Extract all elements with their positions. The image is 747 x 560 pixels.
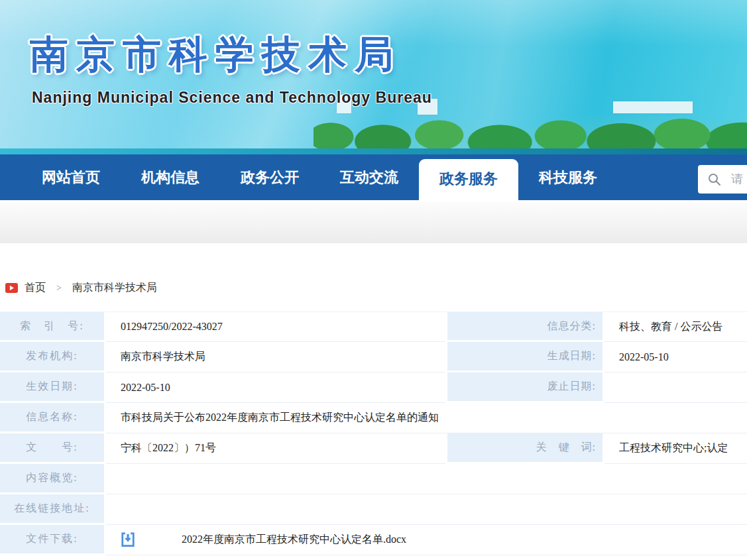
breadcrumb-current: 南京市科学技术局 (72, 281, 157, 295)
keywords-label: 关 键 词: (445, 433, 604, 464)
search-icon (707, 172, 722, 187)
nav-list: 网站首页 机构信息 政务公开 互动交流 政务服务 科技服务 (0, 154, 747, 200)
breadcrumb-badge-icon (5, 283, 18, 293)
download-icon[interactable] (121, 532, 135, 548)
nav-item-gov-services-active[interactable]: 政务服务 (419, 159, 518, 202)
main-nav: 网站首页 机构信息 政务公开 互动交流 政务服务 科技服务 (0, 154, 747, 200)
nav-subband (0, 200, 747, 243)
table-row: 文件下载: 2022年度南京市工程技术研究中心认定名单.docx (0, 525, 747, 555)
repeal-date-label: 废止日期: (445, 372, 604, 403)
banner-water-decoration (0, 148, 747, 154)
table-row: 信息名称: 市科技局关于公布2022年度南京市工程技术研究中心认定名单的通知 (0, 403, 747, 433)
file-download-label: 文件下载: (0, 525, 106, 555)
info-name-label: 信息名称: (0, 403, 106, 433)
keywords-value: 工程技术研究中心;认定 (604, 433, 747, 464)
created-date-label: 生成日期: (445, 342, 604, 372)
breadcrumb: 首页 > 南京市科学技术局 (0, 243, 747, 311)
breadcrumb-separator: > (52, 283, 66, 294)
nav-item-tech-services[interactable]: 科技服务 (518, 154, 618, 200)
nav-item-gov-disclosure[interactable]: 政务公开 (220, 154, 319, 200)
site-title: 南京市科学技术局 (30, 29, 401, 81)
table-row: 生效日期: 2022-05-10 废止日期: (0, 372, 747, 403)
banner-treeline-decoration (314, 105, 747, 149)
issuing-agency-value: 南京市科学技术局 (106, 342, 445, 372)
document-number-label: 文 号: (0, 433, 106, 464)
info-category-value: 科技、教育 / 公示公告 (604, 311, 747, 342)
table-row: 索 引 号: 012947250/2022-43027 信息分类: 科技、教育 … (0, 311, 747, 342)
download-file-link[interactable]: 2022年度南京市工程技术研究中心认定名单.docx (182, 533, 406, 547)
info-name-value: 市科技局关于公布2022年度南京市工程技术研究中心认定名单的通知 (106, 403, 747, 433)
effective-date-value: 2022-05-10 (106, 372, 445, 403)
site-subtitle-english: Nanjing Municipal Science and Technology… (32, 89, 432, 107)
search-input[interactable] (730, 172, 747, 187)
nav-item-interaction[interactable]: 互动交流 (319, 154, 419, 200)
site-banner: 南京市科学技术局 Nanjing Municipal Science and T… (0, 0, 747, 154)
nav-item-home[interactable]: 网站首页 (21, 154, 121, 200)
info-category-label: 信息分类: (445, 311, 604, 342)
index-number-value: 012947250/2022-43027 (106, 311, 445, 342)
content-summary-label: 内容概览: (0, 464, 106, 494)
table-row: 在线链接地址: (0, 494, 747, 525)
index-number-label: 索 引 号: (0, 311, 106, 342)
breadcrumb-home-link[interactable]: 首页 (25, 281, 46, 295)
table-row: 发布机构: 南京市科学技术局 生成日期: 2022-05-10 (0, 342, 747, 372)
repeal-date-value (604, 372, 747, 403)
online-link-label: 在线链接地址: (0, 494, 106, 525)
online-link-value (106, 494, 747, 525)
issuing-agency-label: 发布机构: (0, 342, 106, 372)
document-info-table: 索 引 号: 012947250/2022-43027 信息分类: 科技、教育 … (0, 311, 747, 555)
content-summary-value (106, 464, 747, 494)
nav-item-org-info[interactable]: 机构信息 (121, 154, 220, 200)
created-date-value: 2022-05-10 (604, 342, 747, 372)
effective-date-label: 生效日期: (0, 372, 106, 403)
table-row: 内容概览: (0, 464, 747, 494)
document-number-value: 宁科〔2022〕）71号 (106, 433, 445, 464)
table-row: 文 号: 宁科〔2022〕）71号 关 键 词: 工程技术研究中心;认定 (0, 433, 747, 464)
search-box (698, 165, 747, 194)
